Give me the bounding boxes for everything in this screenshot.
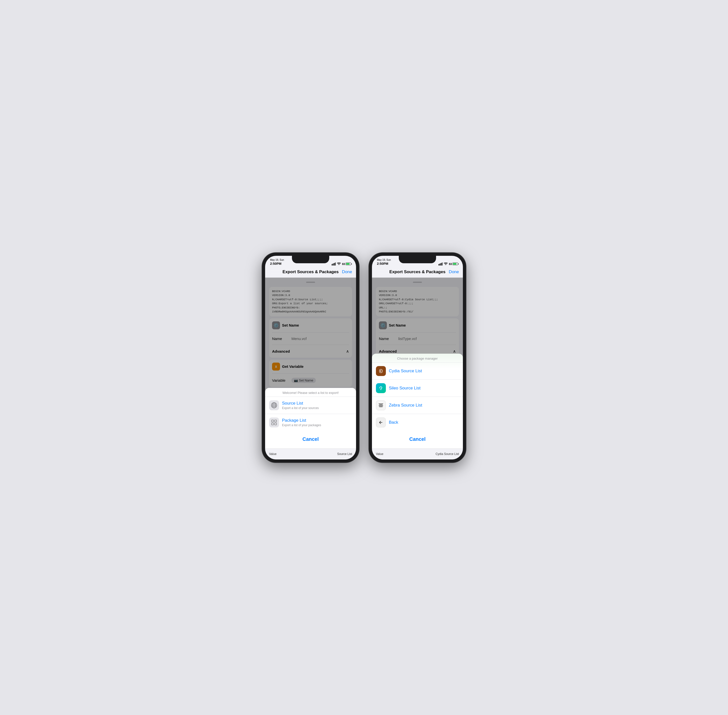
battery-body-2	[452, 262, 458, 265]
bottom-bar-1: Value Source List	[265, 448, 356, 459]
sheet-item-sileo[interactable]: Sileo Source List	[372, 380, 463, 397]
svg-rect-10	[275, 420, 276, 422]
back-icon	[376, 418, 386, 427]
nav-title-1: Export Sources & Packages	[282, 270, 339, 275]
bottom-bar-2: Value Cydia Source List	[372, 448, 463, 459]
signal-icon-1	[332, 262, 336, 266]
status-time-2: May 19, Sun 2:50PM	[377, 259, 391, 265]
sheet-prompt-1: Welcome! Please select a list to export!	[265, 388, 356, 397]
svg-rect-2	[334, 263, 335, 265]
svg-rect-20	[378, 402, 384, 409]
status-date-1: May 19, Sun 2:50PM	[270, 259, 284, 265]
back-text: Back	[389, 420, 398, 425]
cancel-button-2[interactable]: Cancel	[376, 433, 459, 445]
signal-icon-2	[438, 262, 443, 266]
value-label-1: Value	[269, 452, 276, 456]
bottom-sheet-2: Choose a package manager Cydia Source Li…	[372, 354, 463, 448]
battery-fill-1	[346, 263, 350, 265]
sheet-item-cydia[interactable]: Cydia Source List	[372, 362, 463, 380]
battery-icon-2: 83	[449, 262, 458, 265]
nav-bar-1: Export Sources & Packages Done	[265, 267, 356, 278]
svg-rect-18	[378, 385, 384, 392]
sileo-text: Sileo Source List	[389, 386, 421, 391]
value-label-2: Value	[376, 452, 384, 456]
sheet-item-package-list[interactable]: Package List Export a list of your packa…	[265, 414, 356, 431]
back-title: Back	[389, 420, 398, 425]
wifi-icon-2	[444, 262, 448, 266]
phone-1: May 19, Sun 2:50PM	[262, 253, 359, 462]
svg-rect-14	[440, 264, 440, 265]
svg-rect-15	[441, 263, 441, 265]
cancel-row-2: Cancel	[372, 431, 463, 446]
svg-rect-24	[379, 407, 383, 407]
cydia-icon	[376, 366, 386, 376]
content-area-1: BEGIN:VCARD VERSION:3.0 N;CHARSET=utf-8:…	[265, 278, 356, 448]
grid-icon-1	[269, 418, 279, 427]
svg-rect-13	[438, 264, 439, 265]
cancel-button-1[interactable]: Cancel	[269, 433, 352, 445]
svg-point-19	[381, 389, 381, 390]
battery-icon-1: 83	[342, 262, 351, 265]
cancel-row-1: Cancel	[265, 431, 356, 446]
sheet-item-zebra[interactable]: Zebra Source List	[372, 397, 463, 414]
content-area-2: BEGIN:VCARD VERSION:3.0 N;CHARSET=utf-8:…	[372, 278, 463, 448]
zebra-text: Zebra Source List	[389, 403, 422, 408]
package-list-text-1: Package List Export a list of your packa…	[282, 418, 321, 427]
svg-rect-12	[275, 423, 276, 425]
status-icons-2: 83	[438, 262, 458, 266]
bottom-sheet-1: Welcome! Please select a list to export!	[265, 388, 356, 448]
package-list-title-1: Package List	[282, 418, 321, 423]
sheet-item-back[interactable]: Back	[372, 414, 463, 431]
svg-rect-1	[333, 264, 334, 265]
svg-rect-9	[272, 420, 273, 422]
notch-2	[399, 256, 436, 263]
source-list-text-1: Source List Export a list of your source…	[282, 401, 319, 410]
globe-icon-1	[269, 400, 279, 410]
svg-rect-16	[442, 262, 443, 265]
value-right-1: Source List	[337, 452, 352, 456]
done-button-2[interactable]: Done	[449, 270, 459, 275]
svg-rect-21	[379, 404, 383, 404]
status-icons-1: 83	[332, 262, 351, 266]
done-button-1[interactable]: Done	[342, 270, 352, 275]
sileo-title: Sileo Source List	[389, 386, 421, 391]
nav-title-2: Export Sources & Packages	[389, 270, 446, 275]
nav-bar-2: Export Sources & Packages Done	[372, 267, 463, 278]
svg-rect-11	[272, 423, 273, 425]
sileo-icon	[376, 383, 386, 393]
source-list-subtitle-1: Export a list of your sources	[282, 406, 319, 410]
svg-rect-3	[335, 262, 336, 265]
cydia-text: Cydia Source List	[389, 368, 422, 374]
notch-1	[292, 256, 329, 263]
zebra-icon	[376, 400, 386, 410]
battery-body-1	[346, 262, 351, 265]
phone-2: May 19, Sun 2:50PM	[369, 253, 466, 462]
sheet-header-2: Choose a package manager	[372, 354, 463, 362]
svg-rect-0	[332, 264, 332, 265]
svg-rect-23	[379, 406, 383, 406]
phone-2-screen: May 19, Sun 2:50PM	[372, 256, 463, 459]
zebra-title: Zebra Source List	[389, 403, 422, 408]
cydia-title: Cydia Source List	[389, 368, 422, 374]
package-list-subtitle-1: Export a list of your packages	[282, 424, 321, 427]
phone-1-screen: May 19, Sun 2:50PM	[265, 256, 356, 459]
wifi-icon-1	[337, 262, 341, 266]
svg-rect-22	[379, 404, 383, 405]
battery-fill-2	[453, 263, 456, 265]
sheet-item-source-list[interactable]: Source List Export a list of your source…	[265, 397, 356, 414]
source-list-title-1: Source List	[282, 401, 319, 406]
value-right-2: Cydia Source List	[435, 452, 459, 456]
